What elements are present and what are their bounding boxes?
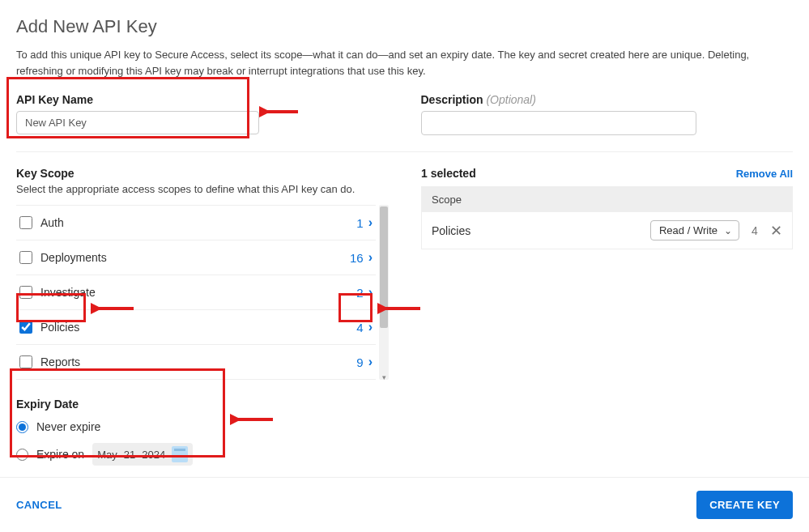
expiry-date-picker[interactable]: May 21 2024 [92,443,193,466]
selected-table: Scope PoliciesRead / Write⌄4✕ [421,186,793,249]
page-description: To add this unique API key to Secure Acc… [16,47,793,79]
scope-label: Reports [40,355,356,368]
scope-row-auth[interactable]: Auth1› [16,206,376,240]
description-label: Description (Optional) [421,93,794,106]
chevron-down-icon: ⌄ [724,225,732,236]
expiry-on-row[interactable]: Expire on May 21 2024 [16,443,227,466]
selected-row: PoliciesRead / Write⌄4✕ [422,212,792,249]
expiry-section: Expiry Date Never expire Expire on May 2… [16,398,227,466]
scope-checkbox-reports[interactable] [19,355,32,368]
selected-scope-count: 4 [749,224,760,237]
expiry-day: 21 [124,449,135,461]
scope-label: Policies [40,321,356,334]
expiry-title: Expiry Date [16,398,227,411]
selected-count-title: 1 selected [421,167,476,180]
chevron-right-icon[interactable]: › [368,285,373,300]
expiry-month: May [97,449,117,461]
calendar-icon[interactable] [172,446,188,462]
scope-scrollbar[interactable]: ▾ [379,205,389,380]
chevron-right-icon[interactable]: › [368,320,373,334]
scope-row-reports[interactable]: Reports9› [16,345,376,380]
permission-select[interactable]: Read / Write⌄ [650,220,739,240]
selected-scope-name: Policies [432,224,641,237]
scope-checkbox-deployments[interactable] [19,251,32,264]
footer: CANCEL CREATE KEY [0,477,809,532]
description-input[interactable] [421,111,696,135]
description-group: Description (Optional) [421,93,794,135]
scope-label: Deployments [40,251,350,264]
expiry-year: 2024 [142,449,165,461]
scope-checkbox-investigate[interactable] [19,286,32,299]
scope-row-deployments[interactable]: Deployments16› [16,240,376,275]
scope-label: Investigate [40,286,356,299]
chevron-right-icon[interactable]: › [368,355,373,369]
scope-checkbox-auth[interactable] [19,216,32,229]
scope-count: 4 [356,321,363,334]
scope-count: 9 [356,355,363,369]
expiry-on-radio[interactable] [16,449,28,461]
selected-header-scope: Scope [422,187,792,212]
divider [16,151,793,152]
scope-checkbox-policies[interactable] [19,321,32,334]
scope-count: 2 [356,286,363,300]
key-scope-title: Key Scope [16,167,389,180]
scope-row-investigate[interactable]: Investigate2› [16,275,376,310]
expiry-on-label: Expire on [36,448,84,461]
chevron-right-icon[interactable]: › [368,250,373,265]
scope-label: Auth [40,216,356,229]
chevron-right-icon[interactable]: › [368,215,373,230]
remove-scope-button[interactable]: ✕ [770,223,782,238]
expiry-never-label: Never expire [36,420,100,433]
cancel-button[interactable]: CANCEL [16,499,62,511]
remove-all-link[interactable]: Remove All [736,168,793,180]
scope-count: 1 [356,216,363,230]
expiry-never-radio[interactable] [16,421,28,433]
create-key-button[interactable]: CREATE KEY [696,491,793,519]
api-key-name-input[interactable] [16,111,259,134]
scrollbar-thumb[interactable] [380,206,388,328]
key-scope-subtitle: Select the appropriate access scopes to … [16,183,389,195]
api-key-name-label: API Key Name [16,93,389,106]
expiry-never-row[interactable]: Never expire [16,420,227,433]
scope-count: 16 [350,251,364,265]
api-key-name-group: API Key Name [16,93,389,135]
description-label-text: Description [421,93,487,106]
scope-row-policies[interactable]: Policies4› [16,310,376,345]
scope-list: Auth1›Deployments16›Investigate2›Policie… [16,205,376,380]
scrollbar-down-icon[interactable]: ▾ [379,373,389,381]
page-title: Add New API Key [16,16,793,37]
description-optional: (Optional) [486,93,535,106]
